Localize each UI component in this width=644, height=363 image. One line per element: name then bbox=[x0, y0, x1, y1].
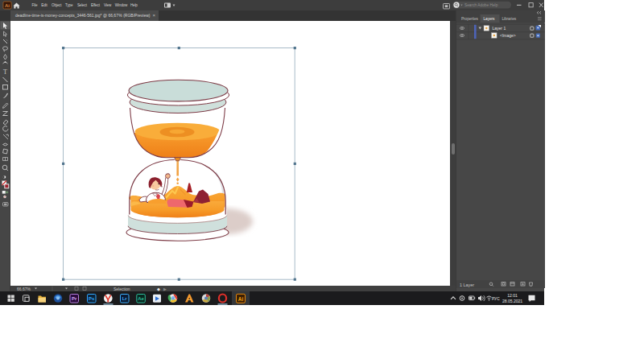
svg-text:12:01: 12:01 bbox=[507, 293, 518, 298]
svg-text:T: T bbox=[3, 68, 7, 76]
svg-text:1 Layer: 1 Layer bbox=[460, 283, 474, 287]
svg-text:Layers: Layers bbox=[484, 17, 495, 21]
svg-text:Ae: Ae bbox=[138, 296, 144, 301]
svg-text:Pr: Pr bbox=[72, 296, 77, 301]
svg-text:Ai: Ai bbox=[5, 3, 10, 8]
svg-text:Libraries: Libraries bbox=[502, 17, 517, 21]
svg-text:Layer 1: Layer 1 bbox=[493, 26, 506, 31]
svg-text:Properties: Properties bbox=[461, 17, 479, 21]
svg-text:Search Adobe Help: Search Adobe Help bbox=[464, 3, 498, 7]
svg-text:Ps: Ps bbox=[89, 296, 95, 301]
svg-text:Ai: Ai bbox=[238, 296, 244, 302]
svg-text:<Image>: <Image> bbox=[500, 33, 516, 38]
svg-text:Lr: Lr bbox=[122, 296, 128, 301]
svg-text:РУС: РУС bbox=[492, 297, 500, 301]
svg-text:28.05.2021: 28.05.2021 bbox=[502, 299, 522, 303]
